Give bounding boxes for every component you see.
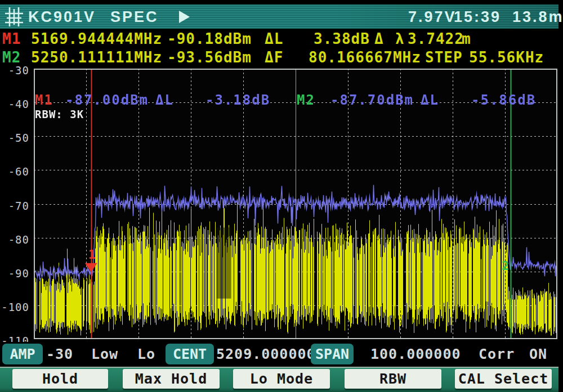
marker-readout-m2: M2 5250.111111MHz -93.56dBm ΔF 80.166667… [0, 49, 563, 67]
corr-label: Corr [479, 344, 515, 364]
lo-indicator: Lo [137, 344, 155, 364]
overlay-m2-delta-mode: ΔL [421, 92, 439, 108]
delta-symbol: Δ [374, 30, 384, 47]
distance-readout: 13.8m [512, 8, 563, 26]
y-axis-tick: -50 [8, 132, 29, 144]
marker1-delta-db: 3.38dB [314, 30, 370, 47]
marker1-delta-mode: ΔL [265, 30, 283, 47]
y-axis: -30-40-50-60-70-80-90-100-110 [0, 69, 32, 339]
softkey-lo-mode[interactable]: Lo Mode [233, 369, 330, 389]
step-value: 55.56KHz [469, 49, 544, 66]
step-label: STEP [425, 49, 463, 66]
overlay-m2-delta: -5.86dB [471, 92, 536, 108]
spectrum-canvas [34, 69, 557, 339]
play-icon [179, 11, 190, 23]
y-axis-tick: -60 [8, 165, 29, 178]
overlay-m1-label: M1 [35, 92, 53, 108]
softkey-cal-select[interactable]: CAL Select [455, 369, 552, 389]
marker2-frequency: 5250.111111MHz [31, 49, 162, 66]
rbw-readout: RBW: 3K [35, 108, 84, 120]
marker-readout-m1: M1 5169.944444MHz -90.18dBm ΔL 3.38dB Δ … [0, 30, 563, 48]
y-axis-tick: -80 [8, 233, 29, 246]
overlay-m1-amplitude: -87.00dBm [65, 92, 149, 108]
header-bar: KC901V SPEC 7.97V 15:39 13.8m [0, 4, 558, 29]
y-axis-tick: -70 [8, 200, 29, 212]
y-axis-tick: -40 [8, 98, 29, 110]
marker1-amplitude: -90.18dBm [167, 30, 252, 47]
overlay-m1-delta-mode: ΔL [155, 92, 174, 108]
corr-value: ON [529, 344, 547, 364]
softkey-hold[interactable]: Hold [12, 369, 108, 389]
span-field-chip: SPAN [311, 344, 354, 364]
marker1-frequency: 5169.944444MHz [31, 30, 162, 47]
y-axis-tick: -30 [8, 64, 29, 76]
marker1-label: M1 [2, 30, 21, 47]
delta-frequency: 80.166667MHz [309, 49, 421, 66]
y-axis-tick: -100 [1, 301, 29, 313]
amp-field-chip: AMP [2, 344, 43, 364]
status-bar: AMP -30 Low Lo CENT 5209.000000 SPAN 100… [0, 342, 558, 367]
cent-field-chip: CENT [166, 344, 214, 364]
plot-area: M1 -87.00dBm ΔL -3.18dB M2 -87.70dBm ΔL … [34, 69, 557, 339]
marker2-amplitude: -93.56dBm [167, 49, 252, 66]
atten-value: Low [91, 344, 118, 364]
clock: 15:39 [454, 8, 501, 26]
lambda-symbol: λ [395, 30, 405, 47]
softkey-bar: Hold Max Hold Lo Mode RBW CAL Select [0, 367, 558, 392]
softkey-rbw[interactable]: RBW [345, 369, 441, 389]
kc-logo-icon [5, 7, 24, 27]
span-value: 100.000000 [370, 344, 461, 364]
overlay-m2-amplitude: -87.70dBm [330, 92, 414, 108]
wavelength-value: 3.7422 [408, 30, 464, 47]
kc901v-screen: KC901V SPEC 7.97V 15:39 13.8m M1 5169.94… [0, 0, 563, 392]
overlay-m1-delta: -3.18dB [205, 92, 270, 108]
battery-voltage: 7.97V [408, 8, 457, 26]
marker2-delta-mode: ΔF [265, 49, 283, 66]
overlay-m2-label: M2 [297, 92, 315, 108]
wavelength-unit: m [462, 30, 471, 47]
amp-value: -30 [46, 344, 73, 364]
brand-label: KC901V [28, 8, 96, 26]
softkey-max-hold[interactable]: Max Hold [123, 369, 220, 389]
mode-label: SPEC [110, 8, 159, 26]
marker2-label: M2 [2, 49, 21, 66]
center-frequency-value: 5209.000000 [216, 344, 316, 364]
y-axis-tick: -90 [8, 267, 29, 280]
